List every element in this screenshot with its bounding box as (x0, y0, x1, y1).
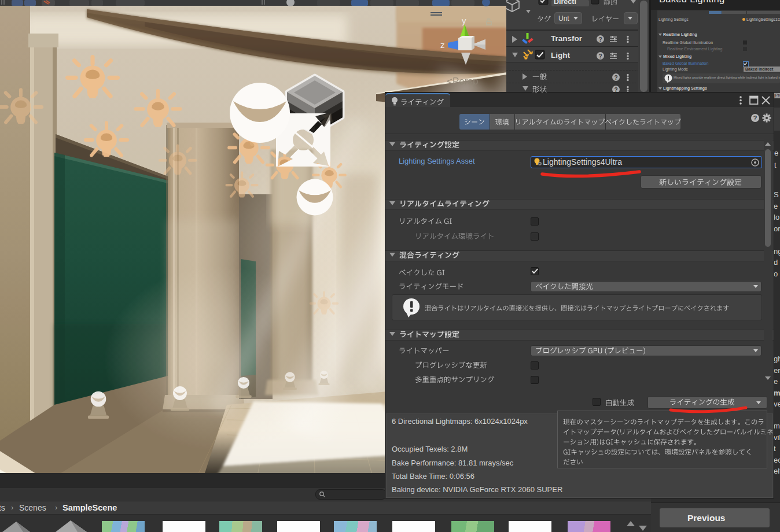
svg-text:?: ? (615, 75, 618, 81)
svg-text:?: ? (599, 53, 602, 60)
svg-text:?: ? (753, 114, 757, 121)
svg-text:?: ? (599, 36, 602, 43)
